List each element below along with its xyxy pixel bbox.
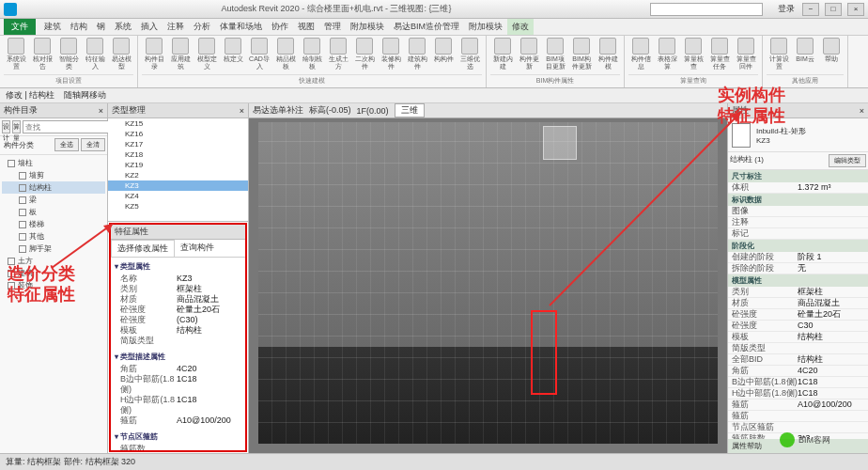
tree-node[interactable]: 建筑 — [2, 267, 105, 279]
checkbox-icon[interactable] — [19, 196, 26, 204]
menu-item[interactable]: 附加模块 — [464, 19, 507, 35]
menu-item[interactable]: 系统 — [110, 19, 136, 35]
user-label[interactable]: 登录 — [778, 3, 795, 15]
tree-node[interactable]: 脚手架 — [2, 243, 105, 255]
list-item[interactable]: KZ4 — [108, 191, 248, 201]
prop-row[interactable]: H边中部筋(1.8侧)1C18 — [728, 388, 868, 400]
ribbon-button[interactable]: 易达模型 — [109, 38, 133, 70]
select-all[interactable]: 全选 — [54, 138, 79, 151]
prop-row[interactable]: B边中部筋(1.8侧)1C18 — [728, 377, 868, 388]
tree-node[interactable]: 其他 — [2, 230, 105, 243]
prop-row[interactable]: 模板结构柱 — [728, 332, 868, 343]
ribbon-button[interactable]: 特征输入 — [83, 38, 107, 70]
tree-node[interactable]: 板 — [2, 206, 105, 218]
ribbon-button[interactable]: 应用建筑 — [168, 38, 193, 70]
checkbox-icon[interactable] — [8, 282, 15, 290]
menu-item[interactable]: 插入 — [136, 19, 163, 35]
prop-value[interactable] — [177, 336, 241, 346]
prop-value[interactable]: 4C20 — [798, 366, 864, 376]
prop-value[interactable]: 框架柱 — [798, 287, 864, 297]
list-item[interactable]: KZ2 — [108, 170, 248, 180]
prop-value[interactable]: A10@100/200 — [177, 415, 241, 426]
ribbon-button[interactable]: 计算设置 — [767, 38, 791, 70]
ribbon-button[interactable]: 新建内建 — [490, 38, 515, 70]
prop-row[interactable]: 砼强度C30 — [728, 321, 868, 332]
prop-section[interactable]: 阶段化 — [728, 240, 868, 252]
ribbon-button[interactable]: 算量核查 — [681, 38, 705, 70]
prop-row[interactable]: H边中部筋(1.8侧)1C18 — [115, 395, 241, 415]
list-item[interactable]: KZ3 — [108, 180, 248, 191]
close-icon[interactable]: × — [99, 106, 103, 116]
menu-item[interactable]: 管理 — [319, 19, 346, 35]
prop-value[interactable]: 阶段 1 — [798, 252, 864, 262]
prop-value[interactable] — [798, 422, 864, 432]
prop-value[interactable]: (C30) — [177, 315, 241, 325]
close-icon[interactable]: × — [240, 106, 244, 116]
file-menu[interactable]: 文件 — [4, 19, 36, 35]
list-item[interactable]: KZ19 — [108, 160, 248, 170]
clear-all[interactable]: 全清 — [81, 138, 105, 151]
view-cube[interactable] — [543, 126, 577, 160]
prop-value[interactable]: 砼量土20石 — [177, 305, 241, 315]
prop-row[interactable]: 箍筋 — [728, 411, 868, 422]
checkbox-icon[interactable] — [19, 221, 26, 228]
tree-node[interactable]: 土方 — [2, 255, 105, 267]
ribbon-button[interactable]: 构件信息 — [628, 38, 653, 70]
close-icon[interactable]: × — [860, 106, 864, 116]
list-item[interactable]: KZ17 — [108, 139, 248, 149]
prop-value[interactable]: 1C18 — [798, 377, 864, 387]
ribbon-button[interactable]: BIM构件更新 — [569, 38, 594, 70]
edit-type-button[interactable]: 编辑类型 — [829, 154, 866, 167]
quantity-tab[interactable]: 算量 — [12, 120, 21, 133]
tree-node[interactable]: 墙柱 — [2, 157, 105, 169]
ribbon-button[interactable]: 智能分类 — [56, 38, 81, 70]
prop-value[interactable] — [798, 343, 864, 353]
design-tab[interactable]: 设计 — [2, 120, 10, 133]
ribbon-button[interactable]: 二次构件 — [352, 38, 377, 70]
checkbox-icon[interactable] — [19, 245, 26, 253]
list-item[interactable]: KZ15 — [108, 118, 248, 129]
type-selector[interactable]: 结构柱 (1) — [730, 154, 827, 167]
checkbox-icon[interactable] — [8, 270, 15, 277]
prop-row[interactable]: 拆除的阶段无 — [728, 263, 868, 274]
view-tab[interactable]: 三维 — [395, 103, 425, 118]
tree-node[interactable]: 梁 — [2, 194, 105, 206]
prop-row[interactable]: 箍筋A10@100/200 — [728, 400, 868, 411]
checkbox-icon[interactable] — [19, 233, 26, 241]
prop-value[interactable]: 1C18 — [177, 374, 241, 395]
prop-value[interactable]: 商品混凝土 — [177, 294, 241, 305]
checkbox-icon[interactable] — [8, 258, 15, 265]
prop-value[interactable] — [798, 206, 864, 216]
prop-value[interactable]: 结构柱 — [177, 325, 241, 336]
menu-item[interactable]: 视图 — [293, 19, 319, 35]
checkbox-icon[interactable] — [19, 172, 26, 180]
ribbon-button[interactable]: BIM项目更新 — [543, 38, 567, 70]
tree-node[interactable]: 楼梯 — [2, 218, 105, 230]
tree-node[interactable]: 装饰 — [2, 279, 105, 291]
view-tab[interactable]: 标高(-0.05) — [309, 104, 351, 117]
menu-item[interactable]: 附加模块 — [346, 19, 389, 35]
prop-row[interactable]: 注释 — [728, 217, 868, 228]
prop-row[interactable]: 名称KZ3 — [115, 274, 241, 284]
ribbon-button[interactable]: CAD导入 — [247, 38, 271, 70]
prop-value[interactable]: 无 — [798, 263, 864, 274]
prop-section[interactable]: 模型属性 — [728, 274, 868, 287]
prop-row[interactable]: 全部BID结构柱 — [728, 354, 868, 366]
prop-row[interactable]: 类别框架柱 — [728, 287, 868, 298]
ribbon-button[interactable]: 帮助 — [819, 38, 844, 63]
list-item[interactable]: KZ16 — [108, 129, 248, 139]
prop-value[interactable] — [798, 411, 864, 421]
prop-row[interactable]: 简版类型 — [115, 336, 241, 346]
checkbox-icon[interactable] — [19, 209, 26, 216]
prop-value[interactable]: 1C18 — [798, 388, 864, 399]
ribbon-button[interactable]: 构件目录 — [142, 38, 166, 70]
prop-row[interactable]: 创建的阶段阶段 1 — [728, 252, 868, 263]
tab-query[interactable]: 查询构件 — [175, 240, 220, 257]
prop-row[interactable]: 图像 — [728, 206, 868, 217]
prop-row[interactable]: 材质商品混凝土 — [728, 298, 868, 309]
ribbon-button[interactable]: 装修构件 — [379, 38, 403, 70]
tab-edit[interactable]: 选择修改属性 — [111, 240, 175, 257]
prop-value[interactable]: 砼量土20石 — [798, 309, 864, 320]
prop-row[interactable]: 体积1.372 m³ — [728, 182, 868, 194]
menu-item[interactable]: 注释 — [163, 19, 189, 35]
